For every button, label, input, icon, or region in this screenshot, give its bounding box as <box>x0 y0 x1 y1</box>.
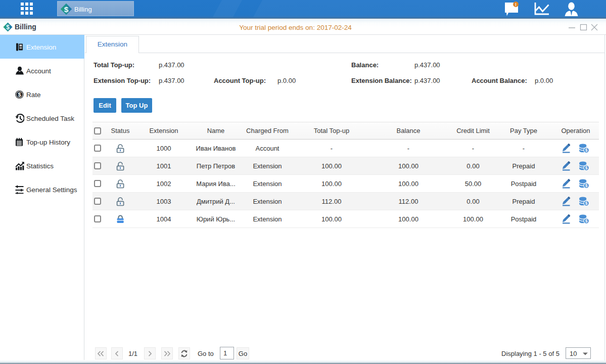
svg-text:$: $ <box>64 5 69 14</box>
svg-text:!: ! <box>515 2 517 7</box>
svg-text:$: $ <box>18 92 21 98</box>
